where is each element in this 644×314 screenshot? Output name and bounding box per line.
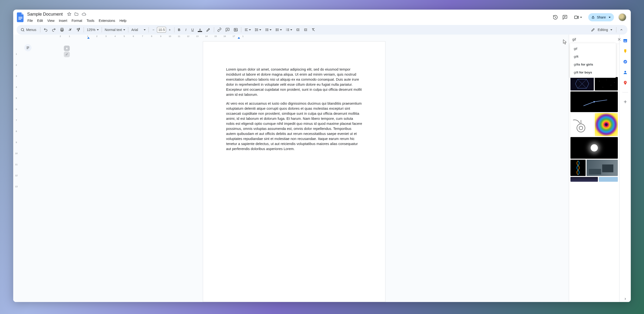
left-indent-marker[interactable]: [87, 37, 90, 39]
svg-point-24: [603, 87, 603, 87]
svg-point-9: [235, 29, 236, 30]
menu-view[interactable]: View: [46, 18, 56, 23]
maps-icon[interactable]: [622, 80, 628, 85]
result-thumbnail[interactable]: [570, 177, 598, 182]
numbered-list-dropdown[interactable]: 123: [284, 26, 294, 33]
result-thumbnail[interactable]: [570, 160, 586, 176]
tasks-icon[interactable]: [622, 59, 628, 64]
cloud-status-icon[interactable]: [82, 12, 86, 16]
document-title[interactable]: Sample Document: [26, 11, 64, 17]
contacts-icon[interactable]: [622, 70, 628, 75]
svg-point-38: [624, 71, 626, 72]
menu-file[interactable]: File: [26, 18, 34, 23]
font-size-increase[interactable]: +: [166, 26, 173, 33]
indent-decrease-button[interactable]: [294, 26, 302, 33]
redo-button[interactable]: [50, 26, 58, 33]
result-thumbnail[interactable]: [595, 77, 618, 90]
close-icon[interactable]: [616, 36, 622, 42]
svg-point-22: [606, 80, 606, 80]
hide-companion-button[interactable]: [622, 296, 628, 302]
bold-button[interactable]: B: [176, 26, 182, 33]
result-thumbnail[interactable]: [570, 137, 618, 159]
clear-formatting-button[interactable]: [310, 26, 317, 33]
result-thumbnail[interactable]: [570, 77, 594, 90]
calendar-icon[interactable]: 31: [622, 38, 628, 43]
share-button[interactable]: Share: [588, 13, 614, 21]
result-thumbnail[interactable]: [570, 91, 618, 112]
account-avatar[interactable]: [618, 13, 626, 21]
svg-rect-0: [18, 17, 22, 17]
add-addon-icon[interactable]: [622, 99, 628, 104]
font-size-decrease[interactable]: −: [150, 26, 156, 33]
svg-point-20: [599, 81, 599, 81]
menu-extensions[interactable]: Extensions: [97, 18, 117, 23]
checklist-dropdown[interactable]: [263, 26, 273, 33]
menu-insert[interactable]: Insert: [57, 18, 69, 23]
menu-help[interactable]: Help: [118, 18, 128, 23]
add-comment-button[interactable]: [224, 26, 232, 33]
paragraph[interactable]: Lorem ipsum dolor sit amet, consectetur …: [226, 67, 362, 97]
svg-point-11: [276, 29, 276, 30]
result-thumbnail[interactable]: [570, 113, 594, 136]
result-thumbnail[interactable]: [586, 160, 618, 176]
underline-button[interactable]: U: [189, 26, 196, 33]
menu-edit[interactable]: Edit: [36, 18, 45, 23]
svg-rect-16: [66, 48, 68, 49]
align-dropdown[interactable]: [243, 26, 252, 33]
suggestion-item[interactable]: gifts for girls: [570, 60, 616, 68]
star-icon[interactable]: [67, 12, 71, 16]
menus-search[interactable]: Menus: [19, 27, 39, 33]
collapse-toolbar-button[interactable]: [618, 27, 625, 32]
history-icon[interactable]: [553, 15, 558, 20]
svg-point-12: [276, 30, 276, 31]
document-outline-button[interactable]: [24, 44, 32, 51]
suggestion-item[interactable]: gif: [570, 45, 616, 52]
editing-mode-dropdown[interactable]: Editing: [588, 27, 615, 33]
paragraph-style-dropdown[interactable]: Normal text: [103, 27, 127, 33]
toolbar: Menus 125% Normal text Arial − 10.5 + B …: [16, 25, 628, 34]
svg-point-10: [276, 28, 276, 29]
svg-point-28: [577, 124, 585, 132]
insert-link-button[interactable]: [216, 26, 223, 33]
meet-dropdown[interactable]: [572, 13, 584, 21]
menu-format[interactable]: Format: [70, 18, 84, 23]
svg-line-26: [594, 100, 607, 102]
image-results-grid: [569, 76, 619, 302]
line-spacing-dropdown[interactable]: [253, 26, 263, 33]
paint-format-button[interactable]: [74, 26, 82, 33]
insert-image-button[interactable]: [232, 26, 240, 33]
zoom-dropdown[interactable]: 125%: [85, 27, 100, 33]
bulleted-list-dropdown[interactable]: [274, 26, 284, 33]
indent-increase-button[interactable]: [302, 26, 309, 33]
mouse-cursor-icon: [563, 39, 567, 45]
margin-controls[interactable]: [64, 46, 70, 57]
pencil-margin-icon[interactable]: [64, 52, 70, 57]
explore-search-input[interactable]: [572, 37, 614, 41]
menu-tools[interactable]: Tools: [85, 18, 96, 23]
companion-bar: 31: [619, 34, 631, 302]
docs-logo-icon[interactable]: [16, 11, 25, 23]
print-button[interactable]: [58, 26, 66, 33]
paragraph[interactable]: At vero eos et accusamus et iusto odio d…: [226, 101, 362, 151]
suggestion-item[interactable]: gift for boys: [570, 68, 616, 76]
font-size-input[interactable]: 10.5: [157, 27, 166, 33]
svg-rect-2: [18, 19, 21, 19]
suggestion-item[interactable]: gift: [570, 52, 616, 60]
lock-margin-icon[interactable]: [64, 46, 70, 51]
right-indent-marker[interactable]: [238, 37, 240, 39]
comments-icon[interactable]: [562, 15, 568, 20]
result-thumbnail[interactable]: [595, 113, 618, 136]
move-icon[interactable]: [74, 12, 78, 16]
spellcheck-button[interactable]: [66, 26, 74, 33]
svg-rect-36: [625, 52, 626, 53]
keep-icon[interactable]: [622, 48, 628, 54]
document-page[interactable]: Lorem ipsum dolor sit amet, consectetur …: [203, 41, 386, 302]
font-family-dropdown[interactable]: Arial: [130, 27, 147, 33]
highlight-color-button[interactable]: [204, 26, 212, 34]
vertical-ruler[interactable]: 12345678910111213: [13, 34, 20, 302]
italic-button[interactable]: I: [183, 26, 189, 33]
result-thumbnail[interactable]: [599, 177, 618, 182]
horizontal-ruler[interactable]: 2112345678910111213141516171: [60, 34, 569, 39]
undo-button[interactable]: [42, 26, 50, 33]
text-color-button[interactable]: A: [196, 26, 204, 33]
